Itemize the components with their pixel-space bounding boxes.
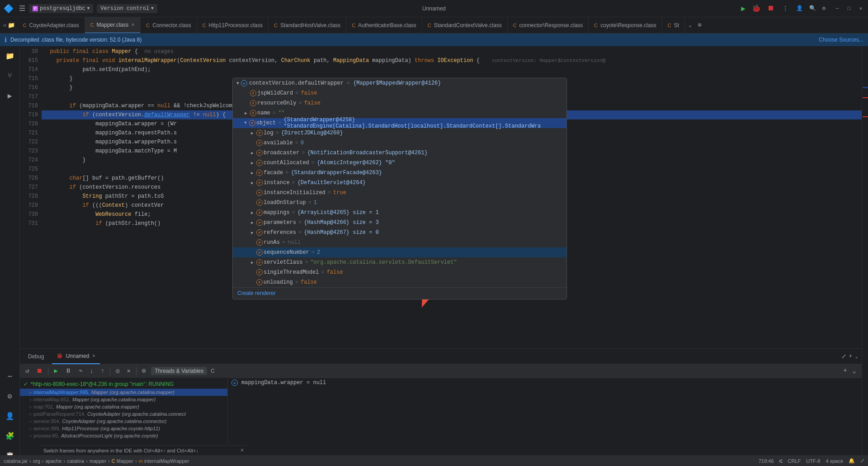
run-icon[interactable]: ▶ (741, 4, 745, 13)
threads-vars-button[interactable]: Threads & Variables (151, 367, 207, 375)
user-icon[interactable]: 👤 (796, 5, 803, 12)
var-row-instance[interactable]: ▶ f instance = {DefaultServlet@4264} (233, 178, 566, 188)
var-row-instanceinitialized[interactable]: f instanceInitialized = true (233, 188, 566, 198)
breadcrumb-org[interactable]: org (33, 458, 40, 464)
step-into-icon[interactable]: ↓ (88, 366, 95, 376)
stack-frame-6[interactable]: ○ service:399, Http11Processor (org.apac… (20, 425, 227, 432)
breadcrumb-mapper[interactable]: mapper (90, 458, 106, 464)
settings-debug-icon[interactable]: ⚙ (140, 366, 147, 376)
folder-icon[interactable]: 📁 (8, 22, 15, 29)
var-row-countallocated[interactable]: ▶ f countAllocated = {AtomicInteger@4262… (233, 158, 566, 168)
create-renderer-link[interactable]: Create renderer (237, 290, 276, 296)
var-row-object[interactable]: ▼ f object = {StandardWrapper@4258} *Sta… (233, 118, 566, 128)
choose-sources-link[interactable]: Choose Sources... (819, 37, 863, 43)
expand-status-icon[interactable]: ⤢ (860, 458, 864, 464)
more-vert-icon-activity[interactable]: ⋯ (4, 370, 16, 383)
tab-connector[interactable]: C Connector.class (141, 17, 197, 33)
var-row-resourceonly[interactable]: f resourceOnly = false (233, 98, 566, 108)
tab-mapper[interactable]: C Mapper.class ✕ (85, 17, 141, 33)
step-out-icon[interactable]: ↑ (99, 366, 106, 376)
git-indicator[interactable]: ⑆ (779, 458, 783, 464)
indentation-indicator[interactable]: 4 space (826, 458, 843, 464)
tab-close-icon[interactable]: ✕ (131, 22, 135, 27)
debug-add-icon[interactable]: + (841, 366, 849, 376)
version-control-btn[interactable]: Version control ▼ (97, 4, 157, 13)
tab-http11processor[interactable]: C Http11Processor.class (197, 17, 269, 33)
resume-icon[interactable]: ▶ (52, 366, 59, 376)
problems-indicator[interactable]: CRLF (788, 458, 801, 464)
run-debug-icon-activity[interactable]: ▶ (4, 90, 16, 102)
step-over-icon[interactable]: ↷ (77, 366, 84, 376)
var-row-log[interactable]: ▶ f log = {DirectJDKLog@4260} (233, 128, 566, 138)
var-row-singlethreadmodel[interactable]: f singleThreadModel = false (233, 267, 566, 277)
settings-icon[interactable]: ⚙ (822, 5, 826, 12)
breadcrumb-jar[interactable]: catalina.jar (4, 458, 28, 464)
more-actions-icon[interactable]: ⋮ (783, 5, 788, 12)
project-selector[interactable]: P postgresqljdbc ▼ (29, 4, 93, 13)
project-icon-activity[interactable]: 📁 (4, 50, 16, 62)
expand-debug-icon[interactable]: ⤢ (841, 353, 846, 360)
notifications-icon[interactable]: 🔔 (849, 458, 855, 464)
var-row-parameters[interactable]: ▶ f parameters = {HashMap@4266} size = 3 (233, 218, 566, 228)
var-row-available[interactable]: f available = 0 (233, 138, 566, 148)
stop-icon[interactable]: ⏹ (767, 4, 774, 13)
debug-tab-debug[interactable]: Debug (24, 349, 48, 364)
var-row-runas[interactable]: f runAs = null (233, 238, 566, 247)
debug-chevron-icon[interactable]: ⌄ (851, 366, 858, 376)
var-row-mappings[interactable]: ▶ f mappings = {ArrayList@4265} size = 1 (233, 208, 566, 218)
minimize-btn[interactable]: ─ (834, 5, 841, 12)
breadcrumb-catalina[interactable]: catalina (67, 458, 84, 464)
var-row-jspwildcard[interactable]: f jspWildCard = false (233, 88, 566, 98)
tab-st[interactable]: C St (662, 17, 685, 33)
var-row-references[interactable]: ▶ f references = {HashMap@4267} size = 0 (233, 228, 566, 238)
tab-connector-response[interactable]: C connector\Response.class (508, 17, 589, 33)
close-btn[interactable]: ✕ (857, 5, 864, 12)
mute-breakpoints-icon[interactable]: ✕ (125, 366, 132, 376)
pause-icon[interactable]: ⏸ (63, 366, 73, 376)
prev-tab-icon[interactable]: ◁ (3, 22, 6, 28)
tab-authenticator-base[interactable]: C AuthenticatorBase.class (346, 17, 422, 33)
encoding-indicator[interactable]: UTF-8 (806, 458, 820, 464)
var-row-servletclass[interactable]: ▶ f servletClass = "org.apache.catalina.… (233, 257, 566, 267)
tab-standard-host-valve[interactable]: C StandardHostValve.class (269, 17, 346, 33)
var-row-root[interactable]: ▼ ∞ contextVersion.defaultWrapper = {Map… (233, 78, 566, 88)
git-icon-activity[interactable]: ⑂ (4, 70, 16, 82)
breadcrumb-method[interactable]: m internalMapWrapper (139, 458, 189, 464)
stack-frame-1[interactable]: ○ internalMapWrapper:995, Mapper (org.ap… (20, 389, 227, 396)
maximize-btn[interactable]: □ (845, 5, 853, 12)
tab-coyote-response[interactable]: C coyote\Response.class (589, 17, 662, 33)
tab-standard-context-valve[interactable]: C StandardContextValve.class (422, 17, 508, 33)
code-editor[interactable]: 30 615 714 715 716 717 718 719 720 721 7… (20, 46, 862, 348)
stack-frame-5[interactable]: ○ service:354, CoyoteAdapter (org.apache… (20, 418, 227, 425)
stop-debug-icon[interactable]: ⏹ (34, 366, 44, 376)
console-button[interactable]: C (211, 368, 215, 374)
stack-frame-2[interactable]: ○ internalMap:852, Mapper (org.apache.ca… (20, 396, 227, 403)
hamburger-icon[interactable]: ☰ (19, 4, 25, 13)
stack-frame-7[interactable]: ○ process:65, AbstractProcessorLight (or… (20, 432, 227, 439)
debug-tab-unnamed[interactable]: 🐞 Unnamed ✕ (52, 349, 100, 364)
line-col-indicator[interactable]: 719:46 (759, 458, 774, 464)
var-row-loadonstartup[interactable]: f loadOnStartup = 1 (233, 198, 566, 208)
chevron-debug-icon[interactable]: ⌄ (855, 353, 858, 359)
tab-more-btn[interactable]: ⌄ (685, 22, 695, 29)
settings-icon-activity[interactable]: ⚙ (4, 390, 16, 403)
var-row-broadcaster[interactable]: ▶ f broadcaster = {NotificationBroadcast… (233, 148, 566, 158)
debug-tab-close-icon[interactable]: ✕ (92, 353, 95, 358)
var-row-facade[interactable]: ▶ f facade = {StandardWrapperFacade@4263… (233, 168, 566, 178)
stack-frame-4[interactable]: ○ postParseRequest:714, CoyoteAdapter (o… (20, 410, 227, 418)
var-row-unloading[interactable]: f unloading = false (233, 277, 566, 287)
create-renderer-row[interactable]: Create renderer (233, 287, 566, 299)
thread-running-row[interactable]: ✓ *http-nio-8080-exec-18*@4,236 in group… (20, 380, 227, 389)
var-row-sequencenumber[interactable]: f sequenceNumber = 2 (233, 247, 566, 257)
debug-run-icon[interactable]: 🐞 (752, 4, 761, 13)
tab-expand-icon[interactable]: ⊞ (695, 22, 704, 29)
view-breakpoints-icon[interactable]: ◎ (114, 366, 121, 376)
restart-icon[interactable]: ↺ (24, 366, 31, 376)
plugin-icon-activity[interactable]: 🧩 (4, 430, 16, 442)
breadcrumb-apache[interactable]: apache (45, 458, 61, 464)
stack-frame-3[interactable]: ○ map:702, Mapper (org.apache.catalina.m… (20, 403, 227, 410)
person-icon-activity[interactable]: 👤 (4, 410, 16, 423)
add-debug-icon[interactable]: + (849, 353, 853, 360)
tab-coyote-adapter[interactable]: C CoyoteAdapter.class (18, 17, 85, 33)
search-icon[interactable]: 🔍 (809, 5, 816, 12)
